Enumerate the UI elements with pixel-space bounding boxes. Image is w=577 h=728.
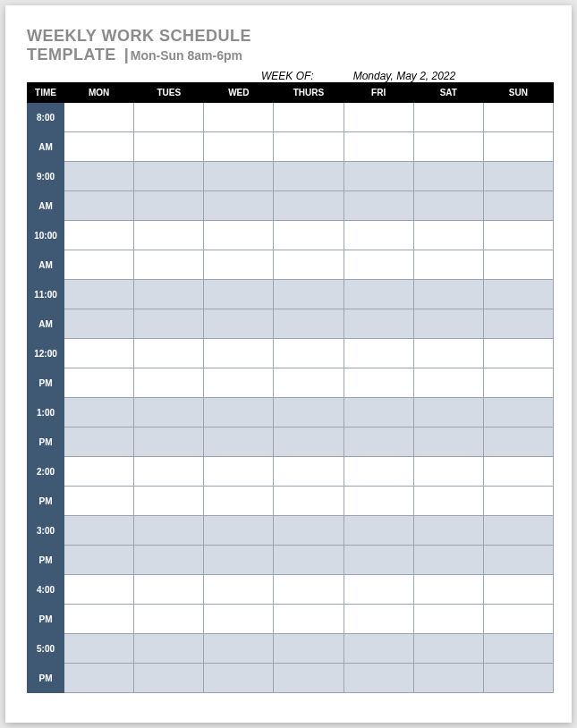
schedule-cell[interactable] bbox=[134, 398, 204, 427]
schedule-cell[interactable] bbox=[483, 309, 553, 339]
schedule-cell[interactable] bbox=[204, 191, 274, 221]
schedule-cell[interactable] bbox=[204, 280, 274, 309]
schedule-cell[interactable] bbox=[204, 162, 274, 191]
schedule-cell[interactable] bbox=[274, 368, 344, 398]
schedule-cell[interactable] bbox=[204, 516, 274, 546]
schedule-cell[interactable] bbox=[274, 221, 344, 250]
schedule-cell[interactable] bbox=[274, 162, 344, 191]
schedule-cell[interactable] bbox=[274, 427, 344, 457]
schedule-cell[interactable] bbox=[134, 427, 204, 457]
schedule-cell[interactable] bbox=[64, 634, 134, 664]
schedule-cell[interactable] bbox=[413, 575, 483, 605]
schedule-cell[interactable] bbox=[413, 221, 483, 250]
schedule-cell[interactable] bbox=[413, 162, 483, 191]
schedule-cell[interactable] bbox=[413, 487, 483, 516]
schedule-cell[interactable] bbox=[413, 427, 483, 457]
schedule-cell[interactable] bbox=[204, 221, 274, 250]
schedule-cell[interactable] bbox=[413, 339, 483, 368]
schedule-cell[interactable] bbox=[413, 132, 483, 162]
schedule-cell[interactable] bbox=[344, 250, 413, 280]
schedule-cell[interactable] bbox=[64, 457, 134, 487]
schedule-cell[interactable] bbox=[64, 516, 134, 546]
schedule-cell[interactable] bbox=[204, 546, 274, 575]
schedule-cell[interactable] bbox=[413, 398, 483, 427]
schedule-cell[interactable] bbox=[64, 427, 134, 457]
schedule-cell[interactable] bbox=[344, 634, 413, 664]
schedule-cell[interactable] bbox=[344, 487, 413, 516]
schedule-cell[interactable] bbox=[483, 132, 553, 162]
schedule-cell[interactable] bbox=[483, 575, 553, 605]
schedule-cell[interactable] bbox=[344, 132, 413, 162]
schedule-cell[interactable] bbox=[64, 339, 134, 368]
schedule-cell[interactable] bbox=[204, 664, 274, 693]
schedule-cell[interactable] bbox=[204, 487, 274, 516]
schedule-cell[interactable] bbox=[204, 103, 274, 132]
schedule-cell[interactable] bbox=[64, 309, 134, 339]
schedule-cell[interactable] bbox=[344, 309, 413, 339]
schedule-cell[interactable] bbox=[134, 546, 204, 575]
schedule-cell[interactable] bbox=[483, 664, 553, 693]
schedule-cell[interactable] bbox=[274, 487, 344, 516]
schedule-cell[interactable] bbox=[274, 398, 344, 427]
schedule-cell[interactable] bbox=[134, 309, 204, 339]
schedule-cell[interactable] bbox=[134, 634, 204, 664]
schedule-cell[interactable] bbox=[274, 309, 344, 339]
schedule-cell[interactable] bbox=[483, 280, 553, 309]
schedule-cell[interactable] bbox=[483, 634, 553, 664]
schedule-cell[interactable] bbox=[204, 132, 274, 162]
schedule-cell[interactable] bbox=[274, 339, 344, 368]
schedule-cell[interactable] bbox=[64, 398, 134, 427]
schedule-cell[interactable] bbox=[344, 575, 413, 605]
schedule-cell[interactable] bbox=[134, 575, 204, 605]
schedule-cell[interactable] bbox=[64, 546, 134, 575]
schedule-cell[interactable] bbox=[204, 575, 274, 605]
schedule-cell[interactable] bbox=[64, 280, 134, 309]
schedule-cell[interactable] bbox=[483, 605, 553, 634]
schedule-cell[interactable] bbox=[64, 368, 134, 398]
schedule-cell[interactable] bbox=[344, 103, 413, 132]
schedule-cell[interactable] bbox=[344, 221, 413, 250]
schedule-cell[interactable] bbox=[344, 546, 413, 575]
schedule-cell[interactable] bbox=[483, 221, 553, 250]
schedule-cell[interactable] bbox=[64, 575, 134, 605]
schedule-cell[interactable] bbox=[483, 162, 553, 191]
schedule-cell[interactable] bbox=[413, 250, 483, 280]
schedule-cell[interactable] bbox=[413, 280, 483, 309]
schedule-cell[interactable] bbox=[483, 339, 553, 368]
schedule-cell[interactable] bbox=[64, 664, 134, 693]
schedule-cell[interactable] bbox=[204, 457, 274, 487]
schedule-cell[interactable] bbox=[204, 339, 274, 368]
schedule-cell[interactable] bbox=[413, 457, 483, 487]
schedule-cell[interactable] bbox=[413, 191, 483, 221]
schedule-cell[interactable] bbox=[274, 280, 344, 309]
schedule-cell[interactable] bbox=[344, 516, 413, 546]
schedule-cell[interactable] bbox=[64, 162, 134, 191]
schedule-cell[interactable] bbox=[483, 546, 553, 575]
schedule-cell[interactable] bbox=[64, 605, 134, 634]
schedule-cell[interactable] bbox=[274, 546, 344, 575]
schedule-cell[interactable] bbox=[204, 634, 274, 664]
schedule-cell[interactable] bbox=[274, 457, 344, 487]
schedule-cell[interactable] bbox=[483, 516, 553, 546]
schedule-cell[interactable] bbox=[274, 191, 344, 221]
schedule-cell[interactable] bbox=[274, 132, 344, 162]
schedule-cell[interactable] bbox=[413, 103, 483, 132]
schedule-cell[interactable] bbox=[274, 103, 344, 132]
schedule-cell[interactable] bbox=[413, 516, 483, 546]
schedule-cell[interactable] bbox=[204, 368, 274, 398]
schedule-cell[interactable] bbox=[134, 280, 204, 309]
schedule-cell[interactable] bbox=[134, 132, 204, 162]
schedule-cell[interactable] bbox=[204, 605, 274, 634]
schedule-cell[interactable] bbox=[274, 664, 344, 693]
schedule-cell[interactable] bbox=[134, 250, 204, 280]
schedule-cell[interactable] bbox=[64, 250, 134, 280]
schedule-cell[interactable] bbox=[413, 309, 483, 339]
schedule-cell[interactable] bbox=[274, 516, 344, 546]
schedule-cell[interactable] bbox=[344, 368, 413, 398]
schedule-cell[interactable] bbox=[134, 191, 204, 221]
schedule-cell[interactable] bbox=[413, 546, 483, 575]
schedule-cell[interactable] bbox=[344, 280, 413, 309]
schedule-cell[interactable] bbox=[483, 191, 553, 221]
schedule-cell[interactable] bbox=[413, 368, 483, 398]
schedule-cell[interactable] bbox=[274, 605, 344, 634]
